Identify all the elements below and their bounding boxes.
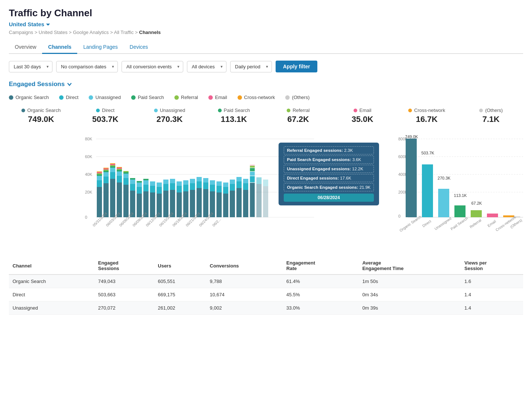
date-range-wrap: Last 30 days: [9, 61, 52, 72]
svg-rect-104: [250, 166, 255, 168]
svg-text:40K: 40K: [85, 172, 92, 177]
svg-rect-50: [137, 181, 142, 183]
legend-item-cross-network: Cross-network: [238, 95, 275, 100]
svg-rect-59: [157, 187, 162, 194]
svg-rect-30: [110, 163, 115, 164]
svg-text:270.3K: 270.3K: [438, 176, 451, 180]
svg-rect-21: [103, 170, 109, 171]
metric-paid-search: Paid Search 113.1K: [202, 108, 266, 124]
tabs-nav: Overview Channels Landing Pages Devices: [9, 41, 523, 54]
svg-text:06/2...: 06/2...: [212, 217, 222, 227]
svg-text:0: 0: [85, 215, 87, 219]
svg-rect-101: [250, 176, 255, 183]
svg-rect-98: [243, 183, 248, 190]
metric-unassigned: Unassigned 270.3K: [137, 108, 202, 124]
metric-direct: Direct 503.7K: [73, 108, 137, 124]
svg-rect-42: [123, 171, 129, 172]
svg-rect-26: [110, 168, 115, 172]
breadcrumb: Campaigns > United States > Goolge Analy…: [9, 30, 523, 35]
svg-rect-74: [190, 183, 195, 190]
tooltip-date: 06/28/2024: [284, 194, 374, 202]
svg-text:503.7K: 503.7K: [422, 151, 435, 155]
svg-rect-93: [230, 180, 235, 184]
svg-rect-99: [243, 179, 248, 183]
date-range-select[interactable]: Last 30 days: [9, 61, 52, 72]
period-select[interactable]: Daily period: [230, 61, 272, 72]
svg-rect-75: [190, 179, 195, 183]
svg-rect-84: [210, 180, 215, 185]
svg-rect-103: [250, 168, 255, 171]
data-table: Channel EngagedSessions Users Conversion…: [9, 257, 523, 315]
conversion-events-select[interactable]: All conversion events: [122, 61, 183, 72]
svg-rect-32: [117, 176, 122, 183]
svg-rect-139: [471, 210, 482, 217]
legend-dot-email: [208, 95, 213, 100]
col-channel: Channel: [9, 257, 95, 274]
svg-rect-79: [203, 189, 208, 217]
metric-organic-search: Organic Search 749.0K: [9, 108, 73, 124]
apply-filter-button[interactable]: Apply filter: [276, 61, 317, 72]
col-avg-engagement-time: AverageEngagement Time: [359, 257, 461, 274]
legend-dot-cross-network: [238, 95, 242, 100]
metric-cross-network: Cross-network 16.7K: [395, 108, 459, 124]
svg-rect-16: [97, 171, 102, 172]
svg-rect-54: [143, 179, 149, 180]
svg-rect-27: [110, 166, 115, 168]
svg-rect-71: [183, 185, 188, 191]
col-users: Users: [154, 257, 206, 274]
metrics-row: Organic Search 749.0K Direct 503.7K Unas…: [9, 108, 523, 124]
svg-rect-94: [236, 188, 242, 217]
svg-rect-107: [256, 177, 262, 184]
legend-item-email: Email: [208, 95, 227, 100]
svg-rect-72: [183, 180, 188, 185]
svg-rect-102: [250, 171, 255, 176]
svg-rect-52: [143, 185, 149, 191]
legend-dot-unassigned: [89, 95, 93, 100]
svg-rect-92: [230, 184, 235, 191]
svg-rect-29: [110, 164, 115, 165]
country-selector[interactable]: United States: [9, 21, 523, 27]
legend-item-referral: Referral: [174, 95, 198, 100]
tab-devices[interactable]: Devices: [124, 41, 154, 54]
svg-rect-136: [422, 164, 433, 217]
metric-others: (Others) 7.1K: [459, 108, 523, 124]
svg-rect-83: [210, 185, 215, 191]
svg-rect-33: [117, 171, 122, 176]
legend-dot-direct: [59, 95, 64, 100]
chart-tooltip: Referral Engaged sessions: 2.3K Paid Sea…: [279, 143, 379, 205]
svg-rect-18: [103, 177, 109, 183]
table-row: Unassigned 270,072 261,002 9,002 33.0% 0…: [9, 301, 523, 315]
svg-rect-55: [150, 192, 155, 217]
tooltip-unassigned: Unassigned Engaged sessions: 12.2K: [284, 165, 374, 173]
svg-rect-96: [236, 177, 242, 181]
svg-rect-48: [137, 187, 142, 194]
legend-dot-paid-search: [131, 95, 136, 100]
svg-rect-24: [110, 179, 115, 217]
col-views-per-session: Views perSession: [461, 257, 523, 274]
svg-rect-108: [263, 186, 268, 217]
page-title: Traffic by Channel: [9, 7, 523, 19]
time-series-chart: 80K 60K 40K 20K 0: [9, 135, 390, 246]
svg-rect-20: [103, 171, 109, 172]
svg-text:749.0K: 749.0K: [405, 134, 419, 139]
svg-rect-89: [223, 187, 228, 194]
svg-rect-90: [223, 183, 228, 187]
svg-rect-60: [157, 183, 162, 187]
tab-landing-pages[interactable]: Landing Pages: [77, 41, 123, 54]
svg-rect-77: [197, 181, 202, 188]
col-engagement-rate: EngagementRate: [283, 257, 359, 274]
svg-text:Unassigned: Unassigned: [434, 216, 452, 231]
table-row: Direct 503,663 669,175 10,674 45.5% 0m 3…: [9, 288, 523, 301]
svg-rect-11: [97, 180, 102, 187]
svg-rect-109: [263, 180, 268, 186]
svg-rect-135: [406, 139, 417, 217]
devices-select[interactable]: All devices: [187, 61, 226, 72]
metric-email: Email 35.0K: [330, 108, 395, 124]
svg-rect-44: [130, 184, 135, 191]
svg-text:Email: Email: [487, 219, 497, 228]
tab-channels[interactable]: Channels: [42, 41, 77, 54]
svg-rect-36: [117, 168, 122, 169]
section-title[interactable]: Engaged Sessions: [9, 81, 523, 88]
comparison-select[interactable]: No comparison dates: [56, 61, 118, 72]
tab-overview[interactable]: Overview: [9, 41, 42, 54]
